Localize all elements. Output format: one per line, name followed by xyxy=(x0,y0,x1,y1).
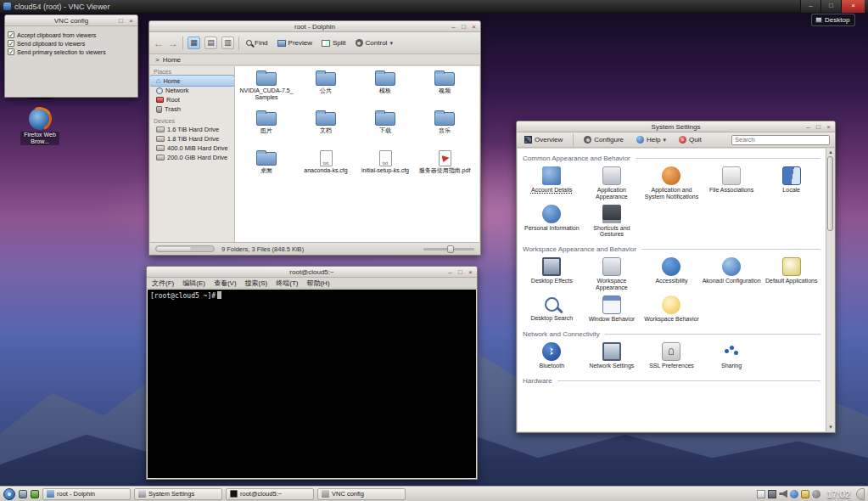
settings-item-workspace-appearance[interactable]: Workspace Appearance xyxy=(582,257,642,291)
close-button[interactable] xyxy=(127,17,135,25)
control-button[interactable]: Control xyxy=(353,37,395,48)
maximize-button[interactable] xyxy=(820,0,841,13)
icons-view-button[interactable] xyxy=(188,37,200,49)
maximize-button[interactable] xyxy=(815,123,822,131)
settings-item-desktop-effects[interactable]: Desktop Effects xyxy=(522,257,582,291)
checkbox-checked-icon[interactable] xyxy=(8,31,14,38)
settings-item-network-settings[interactable]: Network Settings xyxy=(582,342,642,369)
task-terminal[interactable]: root@cloud5:~ xyxy=(226,488,314,500)
settings-search-input[interactable] xyxy=(731,135,830,145)
compact-view-button[interactable] xyxy=(204,37,217,49)
task-vnc-config[interactable]: VNC config xyxy=(317,488,406,500)
option-send-clipboard[interactable]: Send clipboard to viewers xyxy=(8,40,135,47)
close-button[interactable] xyxy=(825,123,832,131)
option-send-primary-selection[interactable]: Send primary selection to viewers xyxy=(8,48,135,55)
file-item[interactable]: 服务器使用指南.pdf xyxy=(415,149,474,189)
settings-item-account-details[interactable]: Account Details xyxy=(522,166,582,200)
file-item[interactable]: 音乐 xyxy=(415,109,474,149)
clipboard-tray-icon[interactable] xyxy=(757,490,765,498)
file-item[interactable]: txtinitial-setup-ks.cfg xyxy=(356,149,415,189)
file-item[interactable]: 公共 xyxy=(296,69,356,109)
settings-item-bluetooth[interactable]: Bluetooth xyxy=(522,342,582,369)
network-tray-icon[interactable] xyxy=(790,490,798,498)
application-launcher-icon[interactable] xyxy=(3,488,15,500)
configure-button[interactable]: Configure xyxy=(581,134,626,145)
file-item[interactable]: 模板 xyxy=(356,69,415,109)
help-button[interactable]: Help xyxy=(634,134,669,145)
menu-search[interactable]: 搜索(S) xyxy=(245,279,268,288)
forward-icon[interactable] xyxy=(168,37,178,49)
scrollbar-thumb[interactable] xyxy=(827,156,833,231)
file-item[interactable]: 视频 xyxy=(415,69,474,109)
places-scrollbar[interactable] xyxy=(155,245,215,252)
settings-item-shortcuts-gestures[interactable]: Shortcuts and Gestures xyxy=(582,205,642,239)
close-button[interactable] xyxy=(467,268,474,276)
details-view-button[interactable] xyxy=(221,37,234,49)
find-button[interactable]: Find xyxy=(244,37,271,48)
file-view[interactable]: NVIDIA_CUDA-7.5_Samples 公共 模板 视频 图片 文档 下… xyxy=(235,66,479,242)
panel-toolbox-icon[interactable] xyxy=(856,488,865,500)
checkbox-checked-icon[interactable] xyxy=(8,40,14,47)
menu-file[interactable]: 文件(F) xyxy=(152,279,174,288)
split-button[interactable]: Split xyxy=(319,37,349,48)
file-item[interactable]: 图片 xyxy=(237,109,296,149)
clock[interactable]: 17:02 xyxy=(826,489,850,499)
preview-button[interactable]: Preview xyxy=(275,37,315,48)
notifications-tray-icon[interactable] xyxy=(801,490,809,498)
minimize-button[interactable] xyxy=(800,0,820,13)
menu-edit[interactable]: 编辑(E) xyxy=(182,279,205,288)
settings-item-personal-information[interactable]: Personal Information xyxy=(522,205,582,239)
device-item[interactable]: 1.6 TiB Hard Drive xyxy=(150,125,234,134)
close-button[interactable] xyxy=(470,23,478,31)
settings-item-file-associations[interactable]: File Associations xyxy=(702,166,762,200)
maximize-button[interactable] xyxy=(460,23,468,31)
settings-item-application-appearance[interactable]: Application Appearance xyxy=(582,166,642,200)
overview-button[interactable]: Overview xyxy=(522,134,565,145)
settings-item-window-behavior[interactable]: Window Behavior xyxy=(582,296,642,323)
device-tray-icon[interactable] xyxy=(812,490,820,498)
device-item[interactable]: 1.8 TiB Hard Drive xyxy=(150,134,234,144)
place-item-home[interactable]: Home xyxy=(150,76,234,86)
close-button[interactable] xyxy=(841,0,865,13)
file-item[interactable]: txtanaconda-ks.cfg xyxy=(296,149,356,189)
desktop-toolbox[interactable]: Desktop xyxy=(811,14,855,26)
back-icon[interactable] xyxy=(154,37,164,49)
system-settings-titlebar[interactable]: System Settings xyxy=(517,121,835,132)
breadcrumb-location[interactable]: Home xyxy=(163,56,181,64)
task-system-settings[interactable]: System Settings xyxy=(134,488,222,500)
desktop[interactable]: Desktop Terminal Firefox Web Brow... VNC… xyxy=(0,13,868,501)
minimize-button[interactable] xyxy=(446,268,454,276)
settings-item-default-applications[interactable]: Default Applications xyxy=(761,257,821,291)
desktop-icon-firefox[interactable]: Firefox Web Brow... xyxy=(20,108,59,147)
settings-item-desktop-search[interactable]: Desktop Search xyxy=(522,296,582,323)
breadcrumb[interactable]: > Home xyxy=(149,54,480,65)
maximize-button[interactable] xyxy=(456,268,464,276)
dolphin-titlebar[interactable]: root - Dolphin xyxy=(149,21,480,32)
settings-item-workspace-behavior[interactable]: Workspace Behavior xyxy=(641,296,702,323)
settings-item-akonadi[interactable]: Akonadi Configuration xyxy=(702,257,762,291)
device-item[interactable]: 200.0 GiB Hard Drive xyxy=(150,153,234,162)
scroll-up-icon[interactable] xyxy=(826,149,835,156)
file-item[interactable]: 文档 xyxy=(296,109,356,149)
minimize-button[interactable] xyxy=(450,23,457,31)
volume-tray-icon[interactable] xyxy=(779,490,787,498)
menu-terminal[interactable]: 终端(T) xyxy=(276,279,298,288)
terminal-titlebar[interactable]: root@cloud5:~ xyxy=(147,267,477,278)
activity-icon[interactable] xyxy=(31,490,39,498)
settings-item-locale[interactable]: Locale xyxy=(761,166,821,200)
settings-item-accessibility[interactable]: Accessibility xyxy=(641,257,702,291)
vnc-titlebar[interactable]: cloud54 (root) - VNC Viewer xyxy=(0,0,868,13)
settings-item-sharing[interactable]: Sharing xyxy=(702,342,762,369)
device-item[interactable]: 400.0 MiB Hard Drive xyxy=(150,144,234,153)
file-item[interactable]: 桌面 xyxy=(237,149,296,189)
settings-item-ssl-preferences[interactable]: SSL Preferences xyxy=(641,342,702,369)
terminal-screen[interactable]: [root@cloud5 ~]# xyxy=(148,290,476,478)
menu-view[interactable]: 查看(V) xyxy=(214,279,237,288)
checkbox-checked-icon[interactable] xyxy=(8,48,14,55)
maximize-button[interactable] xyxy=(117,17,125,25)
zoom-slider[interactable] xyxy=(423,248,474,250)
option-accept-clipboard[interactable]: Accept clipboard from viewers xyxy=(8,31,135,38)
scroll-down-icon[interactable] xyxy=(826,424,835,431)
settings-scrollbar[interactable] xyxy=(826,149,834,431)
zoom-slider-handle[interactable] xyxy=(447,245,454,253)
